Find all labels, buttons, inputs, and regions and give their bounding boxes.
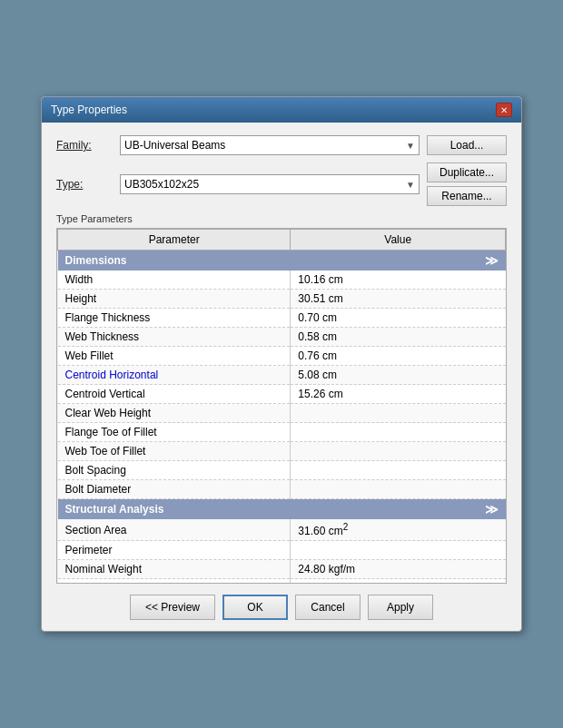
dialog-body: Family: UB-Universal Beams ▼ Load... Typ… xyxy=(42,123,521,631)
col-value-header: Value xyxy=(291,230,506,251)
table-row: Centroid Horizontal5.08 cm xyxy=(58,366,506,385)
family-dropdown-arrow: ▼ xyxy=(406,141,415,151)
value-cell[interactable]: 10.16 cm xyxy=(291,271,506,290)
family-row: Family: UB-Universal Beams ▼ Load... xyxy=(56,135,507,155)
type-properties-dialog: Type Properties ✕ Family: UB-Universal B… xyxy=(41,96,522,632)
table-row: Web Fillet0.76 cm xyxy=(58,347,506,366)
type-dropdown[interactable]: UB305x102x25 ▼ xyxy=(120,174,420,194)
param-cell: Moment of Inertia strong axis xyxy=(58,579,291,584)
param-cell: Flange Toe of Fillet xyxy=(58,423,291,442)
param-cell: Section Area xyxy=(58,519,291,541)
family-value: UB-Universal Beams xyxy=(124,139,225,152)
value-cell[interactable]: 15.26 cm xyxy=(291,385,506,404)
table-row: Bolt Spacing xyxy=(58,461,506,480)
value-cell[interactable]: 0.58 cm xyxy=(291,328,506,347)
value-cell[interactable]: 0.76 cm xyxy=(291,347,506,366)
table-row: Perimeter xyxy=(58,541,506,560)
type-side-buttons: Duplicate... Rename... xyxy=(427,162,507,206)
table-row: Clear Web Height xyxy=(58,404,506,423)
section-title: Type Parameters xyxy=(56,213,507,224)
table-row: Width10.16 cm xyxy=(58,271,506,290)
table-row: Web Thickness0.58 cm xyxy=(58,328,506,347)
type-row: Type: UB305x102x25 ▼ Duplicate... Rename… xyxy=(56,162,507,206)
category-row: Structural Analysis≫ xyxy=(58,499,506,520)
parameters-table: Parameter Value Dimensions≫Width10.16 cm… xyxy=(57,229,506,583)
param-cell: Flange Thickness xyxy=(58,309,291,328)
table-header: Parameter Value xyxy=(58,230,506,251)
category-collapse[interactable]: ≫ xyxy=(291,499,506,520)
table-row: Bolt Diameter xyxy=(58,480,506,499)
load-button[interactable]: Load... xyxy=(427,135,507,155)
param-cell: Web Fillet xyxy=(58,347,291,366)
param-cell: Web Toe of Fillet xyxy=(58,442,291,461)
param-cell: Perimeter xyxy=(58,541,291,560)
param-cell: Web Thickness xyxy=(58,328,291,347)
param-cell: Nominal Weight xyxy=(58,560,291,579)
param-cell: Width xyxy=(58,271,291,290)
table-row: Centroid Vertical15.26 cm xyxy=(58,385,506,404)
value-cell[interactable]: 0.70 cm xyxy=(291,309,506,328)
dialog-title: Type Properties xyxy=(51,103,127,116)
parameters-table-container: Parameter Value Dimensions≫Width10.16 cm… xyxy=(56,228,507,584)
table-row: Section Area31.60 cm2 xyxy=(58,519,506,541)
family-label: Family: xyxy=(56,139,120,152)
value-cell[interactable] xyxy=(291,461,506,480)
family-dropdown[interactable]: UB-Universal Beams ▼ xyxy=(120,135,420,155)
table-row: Height30.51 cm xyxy=(58,290,506,309)
category-name: Structural Analysis xyxy=(58,499,291,520)
type-dropdown-arrow: ▼ xyxy=(406,180,415,190)
table-row: Web Toe of Fillet xyxy=(58,442,506,461)
value-cell[interactable]: 31.60 cm2 xyxy=(291,519,506,541)
category-row: Dimensions≫ xyxy=(58,251,506,271)
value-cell[interactable] xyxy=(291,541,506,560)
type-label: Type: xyxy=(56,178,120,191)
value-cell[interactable] xyxy=(291,404,506,423)
footer-buttons: << Preview OK Cancel Apply xyxy=(56,595,507,620)
title-bar: Type Properties ✕ xyxy=(42,97,521,123)
apply-button[interactable]: Apply xyxy=(368,595,433,620)
table-row: Flange Thickness0.70 cm xyxy=(58,309,506,328)
type-value: UB305x102x25 xyxy=(124,178,199,191)
col-param-header: Parameter xyxy=(58,230,291,251)
category-collapse[interactable]: ≫ xyxy=(291,251,506,271)
duplicate-button[interactable]: Duplicate... xyxy=(427,162,507,182)
value-cell[interactable]: 5.08 cm xyxy=(291,366,506,385)
ok-button[interactable]: OK xyxy=(222,595,288,620)
value-cell[interactable]: 4455.00 cm4 xyxy=(291,579,506,584)
value-cell[interactable] xyxy=(291,480,506,499)
preview-button[interactable]: << Preview xyxy=(130,595,215,620)
load-button-container: Load... xyxy=(427,135,507,155)
value-cell[interactable]: 30.51 cm xyxy=(291,290,506,309)
value-cell[interactable] xyxy=(291,442,506,461)
value-cell[interactable] xyxy=(291,423,506,442)
param-cell: Bolt Diameter xyxy=(58,480,291,499)
cancel-button[interactable]: Cancel xyxy=(295,595,361,620)
table-row: Moment of Inertia strong axis4455.00 cm4 xyxy=(58,579,506,584)
category-name: Dimensions xyxy=(58,251,291,271)
param-cell: Centroid Vertical xyxy=(58,385,291,404)
param-cell: Height xyxy=(58,290,291,309)
table-row: Nominal Weight24.80 kgf/m xyxy=(58,560,506,579)
table-scroll[interactable]: Parameter Value Dimensions≫Width10.16 cm… xyxy=(57,229,506,583)
param-cell: Centroid Horizontal xyxy=(58,366,291,385)
param-cell: Clear Web Height xyxy=(58,404,291,423)
rename-button[interactable]: Rename... xyxy=(427,186,507,206)
table-row: Flange Toe of Fillet xyxy=(58,423,506,442)
close-button[interactable]: ✕ xyxy=(496,103,512,117)
param-cell: Bolt Spacing xyxy=(58,461,291,480)
value-cell[interactable]: 24.80 kgf/m xyxy=(291,560,506,579)
